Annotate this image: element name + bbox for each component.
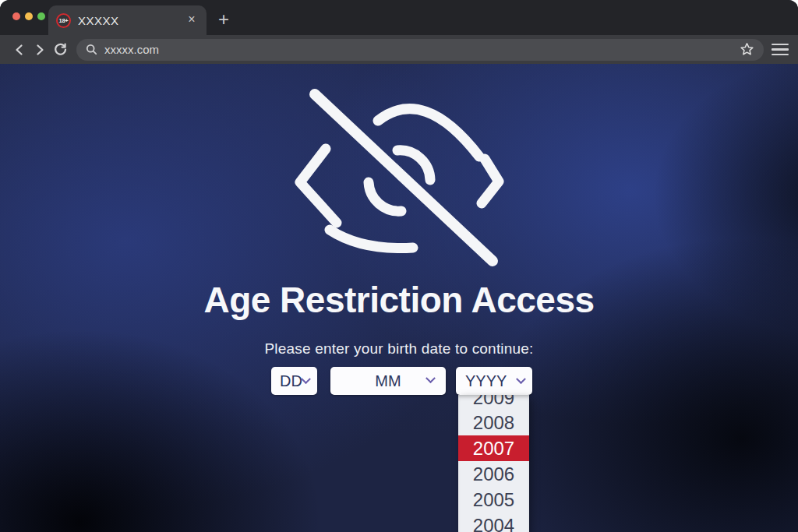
browser-titlebar: 18+ XXXXX × + [0,0,798,35]
browser-toolbar: xxxxx.com [0,35,798,64]
page-title: Age Restriction Access [0,279,798,321]
day-select-value: DD [280,372,302,390]
year-select-value: YYYY [465,372,507,390]
forward-chevron-icon [33,43,47,57]
age-gate-page: Age Restriction Access Please enter your… [0,64,798,532]
chevron-down-icon [301,374,311,384]
back-button[interactable] [9,40,30,60]
year-option[interactable]: 2009 [458,395,529,410]
year-option[interactable]: 2006 [458,461,529,487]
year-option[interactable]: 2005 [458,487,529,513]
window-controls [12,12,45,20]
year-option[interactable]: 2008 [458,410,529,435]
browser-window: 18+ XXXXX × + [0,0,798,532]
reload-button[interactable] [50,40,70,60]
tab-title: XXXXX [78,14,185,27]
new-tab-button[interactable]: + [212,8,235,31]
url-bar[interactable]: xxxxx.com [76,39,764,61]
chevron-down-icon [516,374,526,384]
reload-icon [53,42,68,57]
18-plus-favicon-icon: 18+ [56,13,71,28]
minimize-window-button[interactable] [25,12,33,20]
url-text: xxxxx.com [104,43,740,56]
back-chevron-icon [12,43,26,57]
day-select[interactable]: DD [271,367,317,395]
bookmark-star-button[interactable] [740,42,754,57]
year-option[interactable]: 2007 [458,435,529,461]
close-window-button[interactable] [12,12,20,20]
year-dropdown-list: 2009 2008 2007 2006 2005 2004 [458,395,529,532]
browser-tab[interactable]: 18+ XXXXX × [48,5,207,35]
chevron-down-icon [425,373,436,383]
year-option[interactable]: 2004 [458,513,529,532]
forward-button[interactable] [30,40,50,60]
page-subtitle: Please enter your birth date to continue… [0,340,798,358]
screenshot: 18+ XXXXX × + [0,0,798,532]
year-select[interactable]: YYYY [456,367,532,395]
zoom-window-button[interactable] [37,12,45,20]
search-icon [86,44,97,55]
month-select[interactable]: MM [330,367,446,395]
month-select-value: MM [375,372,401,390]
eye-off-icon [298,86,503,271]
tab-close-button[interactable]: × [185,13,199,27]
menu-button[interactable] [772,40,789,60]
